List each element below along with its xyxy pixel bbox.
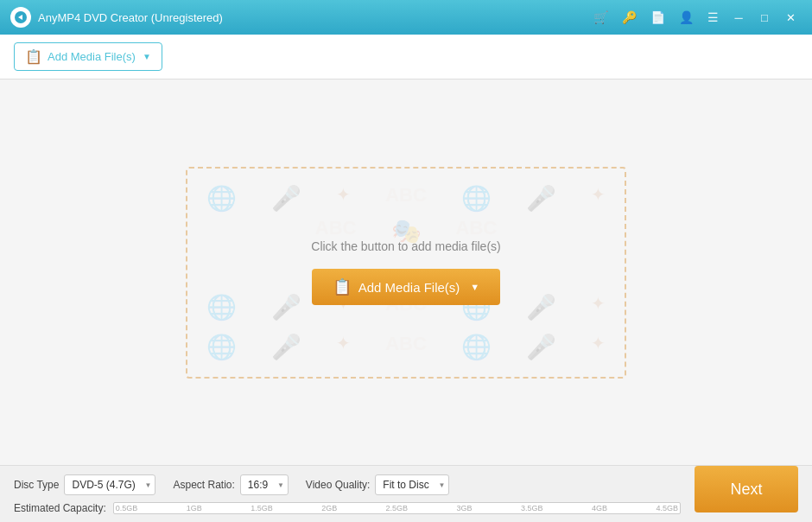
aspect-ratio-label: Aspect Ratio:	[173, 479, 234, 491]
app-logo	[10, 7, 31, 28]
tick-2gb: 2GB	[321, 504, 337, 512]
key-icon[interactable]: 🔑	[617, 9, 642, 26]
tick-45gb: 4.5GB	[656, 504, 678, 512]
capacity-row: Estimated Capacity: 0.5GB 1GB 1.5GB 2GB …	[14, 502, 681, 514]
aspect-ratio-select[interactable]: 16:9 4:3	[240, 474, 289, 495]
menu-icon[interactable]: ☰	[702, 9, 724, 26]
tick-35gb: 3.5GB	[521, 504, 543, 512]
user-icon[interactable]: 👤	[674, 9, 699, 26]
video-quality-label: Video Quality:	[306, 479, 371, 491]
tick-3gb: 3GB	[457, 504, 473, 512]
add-media-toolbar-button[interactable]: 📋 Add Media File(s) ▼	[14, 42, 162, 71]
aspect-ratio-field: Aspect Ratio: 16:9 4:3	[173, 474, 288, 495]
disc-type-label: Disc Type	[14, 479, 59, 491]
tick-25gb: 2.5GB	[386, 504, 409, 512]
add-file-icon: 📋	[25, 48, 42, 65]
center-add-btn-label: Add Media File(s)	[358, 280, 460, 295]
center-add-media-button[interactable]: 📋 Add Media File(s) ▼	[312, 269, 500, 305]
next-button[interactable]: Next	[695, 466, 798, 512]
file-icon[interactable]: 📄	[645, 9, 670, 26]
click-prompt: Click the button to add media file(s)	[311, 239, 500, 253]
video-quality-select-wrapper: Fit to Disc High Medium Low	[375, 474, 449, 495]
disc-type-select-wrapper: DVD-5 (4.7G) DVD-9 (8.5G) BD-25 BD-50	[64, 474, 155, 495]
tick-15gb: 1.5GB	[251, 504, 273, 512]
estimated-capacity-label: Estimated Capacity:	[14, 502, 106, 514]
tick-05gb: 0.5GB	[116, 504, 138, 512]
video-quality-select[interactable]: Fit to Disc High Medium Low	[375, 474, 449, 495]
center-add-icon: 📋	[333, 277, 352, 296]
disc-type-field: Disc Type DVD-5 (4.7G) DVD-9 (8.5G) BD-2…	[14, 474, 155, 495]
main-content: 🌐 🎤 ✦ ABC 🌐 🎤 ✦ ABC 🎭 ABC 🌐 🎤 ✦ ABC 🌐 🎤 …	[0, 80, 812, 465]
watermark-bottom: 🌐 🎤 ✦ ABC 🌐 🎤 ✦	[187, 333, 625, 361]
close-button[interactable]: ✕	[779, 6, 802, 29]
drop-zone[interactable]: 🌐 🎤 ✦ ABC 🌐 🎤 ✦ ABC 🎭 ABC 🌐 🎤 ✦ ABC 🌐 🎤 …	[186, 167, 626, 379]
disc-type-select[interactable]: DVD-5 (4.7G) DVD-9 (8.5G) BD-25 BD-50	[64, 474, 155, 495]
minimize-button[interactable]: ─	[727, 6, 750, 29]
window-controls: 🛒 🔑 📄 👤 ☰ ─ □ ✕	[588, 6, 802, 29]
watermark-top: 🌐 🎤 ✦ ABC 🌐 🎤 ✦	[187, 184, 625, 213]
bottom-bar-inner: Disc Type DVD-5 (4.7G) DVD-9 (8.5G) BD-2…	[14, 474, 681, 514]
bottom-controls-row: Disc Type DVD-5 (4.7G) DVD-9 (8.5G) BD-2…	[14, 474, 681, 495]
drop-center: Click the button to add media file(s) 📋 …	[311, 239, 500, 305]
title-bar: AnyMP4 DVD Creator (Unregistered) 🛒 🔑 📄 …	[0, 0, 812, 35]
aspect-ratio-select-wrapper: 16:9 4:3	[240, 474, 289, 495]
center-dropdown-arrow: ▼	[470, 282, 479, 292]
capacity-ticks: 0.5GB 1GB 1.5GB 2GB 2.5GB 3GB 3.5GB 4GB …	[114, 504, 680, 512]
toolbar: 📋 Add Media File(s) ▼	[0, 35, 812, 80]
cart-icon[interactable]: 🛒	[588, 9, 613, 26]
video-quality-field: Video Quality: Fit to Disc High Medium L…	[306, 474, 450, 495]
maximize-button[interactable]: □	[753, 6, 776, 29]
capacity-bar: 0.5GB 1GB 1.5GB 2GB 2.5GB 3GB 3.5GB 4GB …	[113, 502, 681, 514]
add-media-btn-label: Add Media File(s)	[48, 50, 136, 63]
tick-4gb: 4GB	[592, 504, 607, 512]
bottom-bar: Disc Type DVD-5 (4.7G) DVD-9 (8.5G) BD-2…	[0, 465, 812, 522]
dropdown-arrow-icon: ▼	[143, 52, 151, 61]
title-text: AnyMP4 DVD Creator (Unregistered)	[38, 11, 588, 24]
tick-1gb: 1GB	[187, 504, 202, 512]
